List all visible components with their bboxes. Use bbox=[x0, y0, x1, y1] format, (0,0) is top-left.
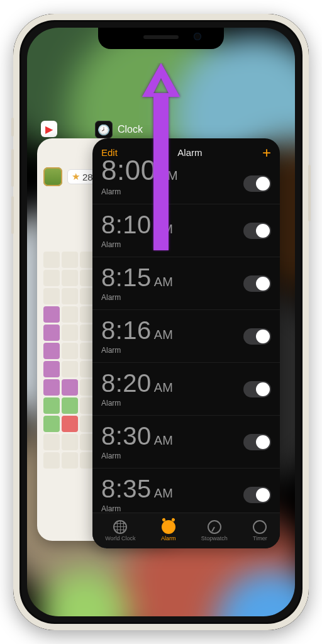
alarm-label: Alarm bbox=[101, 452, 271, 460]
tab-alarm[interactable]: Alarm bbox=[161, 520, 176, 541]
switcher-label-back: ▶ bbox=[41, 121, 57, 137]
add-alarm-button[interactable]: + bbox=[262, 148, 271, 157]
globe-icon bbox=[113, 520, 127, 534]
alarm-row[interactable]: 8:10AMAlarm bbox=[92, 204, 280, 257]
timer-icon bbox=[253, 520, 267, 534]
alarm-toggle[interactable] bbox=[243, 275, 271, 292]
alarm-time: 8:35 bbox=[101, 475, 152, 503]
tab-world-clock[interactable]: World Clock bbox=[105, 520, 135, 541]
tab-timer[interactable]: Timer bbox=[253, 520, 267, 541]
alarm-ampm: AM bbox=[154, 380, 173, 395]
alarm-row[interactable]: 8:20AMAlarm bbox=[92, 363, 280, 416]
stopwatch-icon bbox=[208, 520, 221, 534]
alarm-ampm: AM bbox=[154, 328, 173, 342]
switcher-label-text: Clock bbox=[118, 124, 143, 135]
alarm-ampm: AM bbox=[154, 222, 173, 236]
alarm-time: 8:15 bbox=[101, 264, 152, 292]
alarm-time: 8:10 bbox=[101, 211, 152, 239]
alarm-label: Alarm bbox=[101, 293, 271, 302]
clock-app-icon: 🕗 bbox=[95, 121, 113, 138]
iphone-screen: ▶ 🕗 Clock ★ 28 bbox=[27, 28, 295, 616]
game-grid bbox=[43, 252, 96, 469]
alarm-toggle[interactable] bbox=[243, 381, 271, 397]
tab-stopwatch[interactable]: Stopwatch bbox=[201, 520, 228, 541]
clock-tabbar: World Clock Alarm Stopwatch Timer bbox=[92, 513, 280, 548]
alarm-time: 8:30 bbox=[101, 422, 152, 450]
alarm-row[interactable]: 8:16AMAlarm bbox=[92, 310, 280, 363]
alarm-row[interactable]: 8:15AMAlarm bbox=[92, 257, 280, 310]
alarm-ampm: AM bbox=[154, 486, 173, 501]
alarm-toggle[interactable] bbox=[243, 175, 271, 192]
alarm-toggle[interactable] bbox=[243, 487, 271, 503]
alarm-time: 8:16 bbox=[101, 316, 152, 345]
game-icon bbox=[43, 167, 62, 186]
alarm-ampm: AM bbox=[154, 433, 173, 448]
alarm-icon bbox=[162, 520, 175, 534]
alarm-list[interactable]: 8:00AMAlarm8:10AMAlarm8:15AMAlarm8:16AMA… bbox=[92, 164, 280, 513]
alarm-toggle[interactable] bbox=[243, 434, 271, 450]
alarm-time: 8:20 bbox=[101, 369, 152, 397]
alarm-toggle[interactable] bbox=[243, 328, 271, 345]
switcher-card-clock[interactable]: Edit Alarm + 8:00AMAlarm8:10AMAlarm8:15A… bbox=[92, 138, 280, 548]
alarm-title: Alarm bbox=[177, 147, 202, 158]
star-icon: ★ bbox=[72, 171, 80, 182]
alarm-label: Alarm bbox=[101, 504, 271, 513]
alarm-label: Alarm bbox=[101, 240, 271, 249]
alarm-row[interactable]: 8:00AMAlarm bbox=[92, 164, 280, 204]
alarm-ampm: AM bbox=[154, 275, 173, 289]
alarm-label: Alarm bbox=[101, 346, 271, 355]
switcher-label-front: 🕗 Clock bbox=[95, 121, 143, 138]
video-app-icon: ▶ bbox=[41, 121, 57, 137]
score-value: 28 bbox=[82, 172, 93, 182]
alarm-time: 8:00 bbox=[101, 155, 157, 186]
alarm-label: Alarm bbox=[101, 399, 271, 408]
iphone-frame: ▶ 🕗 Clock ★ 28 bbox=[13, 14, 309, 630]
alarm-ampm: AM bbox=[159, 169, 178, 183]
alarm-row[interactable]: 8:30AMAlarm bbox=[92, 416, 280, 469]
notch bbox=[98, 28, 224, 49]
alarm-toggle[interactable] bbox=[243, 223, 271, 239]
